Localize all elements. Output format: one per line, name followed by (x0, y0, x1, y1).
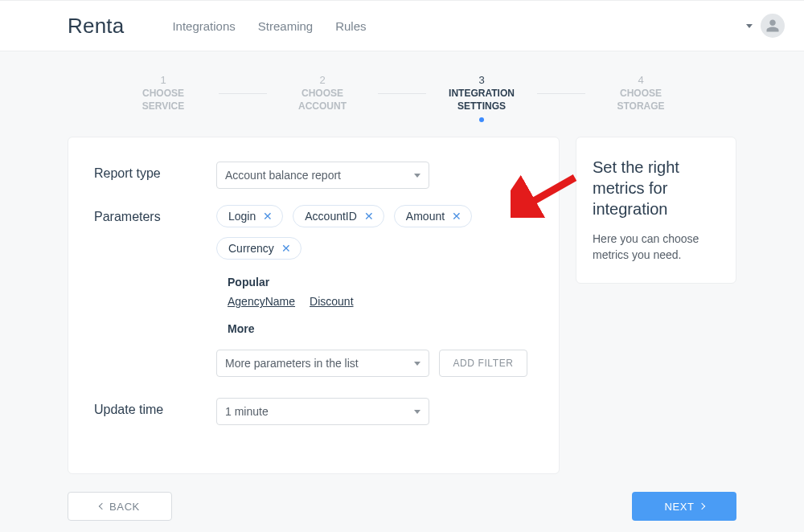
popular-discount[interactable]: Discount (310, 295, 353, 308)
chip-label: Currency (228, 242, 274, 255)
chip-label: AccountID (305, 210, 357, 223)
step-label: CHOOSE ACCOUNT (278, 88, 367, 113)
step-separator (378, 93, 426, 94)
parameters-label: Parameters (94, 205, 216, 377)
main-content: Report type Account balance report Param… (0, 137, 804, 474)
nav-links: Integrations Streaming Rules (172, 19, 366, 33)
nav-streaming[interactable]: Streaming (258, 19, 313, 33)
row-update-time: Update time 1 minute (94, 398, 533, 425)
next-button[interactable]: NEXT (632, 492, 736, 521)
update-time-label: Update time (94, 398, 216, 425)
step-label: CHOOSE SERVICE (119, 88, 207, 113)
chip-accountid[interactable]: AccountID ✕ (293, 205, 384, 227)
step-separator (537, 93, 585, 94)
back-button[interactable]: BACK (68, 492, 172, 521)
close-icon[interactable]: ✕ (263, 211, 273, 222)
close-icon[interactable]: ✕ (452, 211, 461, 222)
update-time-select[interactable]: 1 minute (216, 398, 429, 425)
close-icon[interactable]: ✕ (281, 243, 291, 254)
step-choose-account[interactable]: 2 CHOOSE ACCOUNT (278, 74, 367, 113)
step-label: CHOOSE STORAGE (597, 88, 685, 113)
user-icon (765, 18, 780, 33)
step-choose-service[interactable]: 1 CHOOSE SERVICE (119, 74, 207, 113)
popular-heading: Popular (228, 276, 533, 289)
wizard-stepper: 1 CHOOSE SERVICE 2 CHOOSE ACCOUNT 3 INTE… (0, 51, 804, 137)
row-report-type: Report type Account balance report (94, 162, 533, 189)
chevron-right-icon (698, 503, 704, 509)
chevron-down-icon (414, 174, 420, 178)
next-label: NEXT (664, 501, 694, 513)
step-number: 4 (597, 74, 685, 86)
more-section: More (228, 322, 533, 335)
nav-integrations[interactable]: Integrations (172, 19, 235, 33)
step-number: 2 (278, 74, 367, 86)
popular-section: Popular AgencyName Discount (228, 276, 533, 308)
step-number: 3 (437, 74, 526, 86)
add-filter-button[interactable]: ADD FILTER (439, 350, 527, 377)
account-caret-icon[interactable] (746, 24, 753, 28)
wizard-footer: BACK NEXT (0, 474, 804, 521)
row-parameters: Parameters Login ✕ AccountID ✕ Amount ✕ (94, 205, 533, 377)
chevron-down-icon (414, 362, 420, 366)
update-time-value: 1 minute (225, 405, 269, 418)
help-card: Set the right metrics for integration He… (576, 137, 736, 284)
report-type-select[interactable]: Account balance report (216, 162, 429, 189)
step-choose-storage[interactable]: 4 CHOOSE STORAGE (597, 74, 685, 113)
chip-label: Login (228, 210, 256, 223)
report-type-value: Account balance report (225, 169, 341, 182)
help-text: Here you can choose metrics you need. (593, 231, 720, 264)
more-heading: More (228, 322, 533, 335)
report-type-label: Report type (94, 162, 216, 189)
parameter-chips: Login ✕ AccountID ✕ Amount ✕ Currency ✕ (216, 205, 533, 260)
chip-currency[interactable]: Currency ✕ (216, 237, 302, 260)
top-navbar: Renta Integrations Streaming Rules (0, 0, 804, 51)
chip-label: Amount (406, 210, 445, 223)
avatar[interactable] (761, 14, 785, 38)
topbar-right (746, 14, 785, 38)
logo[interactable]: Renta (68, 14, 124, 39)
step-integration-settings[interactable]: 3 INTEGRATION SETTINGS (437, 74, 526, 122)
chevron-down-icon (414, 410, 420, 414)
more-parameters-select[interactable]: More parameters in the list (216, 350, 429, 377)
step-number: 1 (119, 74, 207, 86)
close-icon[interactable]: ✕ (364, 211, 374, 222)
form-card: Report type Account balance report Param… (68, 137, 560, 474)
help-title: Set the right metrics for integration (593, 157, 720, 219)
popular-agencyname[interactable]: AgencyName (228, 295, 295, 308)
more-row: More parameters in the list ADD FILTER (216, 350, 533, 377)
back-label: BACK (109, 501, 140, 513)
nav-rules[interactable]: Rules (335, 19, 366, 33)
more-placeholder: More parameters in the list (225, 357, 359, 370)
chevron-left-icon (99, 503, 105, 509)
step-label: INTEGRATION SETTINGS (437, 88, 526, 113)
active-dot-icon (479, 117, 484, 122)
popular-links: AgencyName Discount (228, 295, 533, 308)
chip-login[interactable]: Login ✕ (216, 205, 283, 227)
chip-amount[interactable]: Amount ✕ (394, 205, 472, 227)
step-separator (219, 93, 267, 94)
